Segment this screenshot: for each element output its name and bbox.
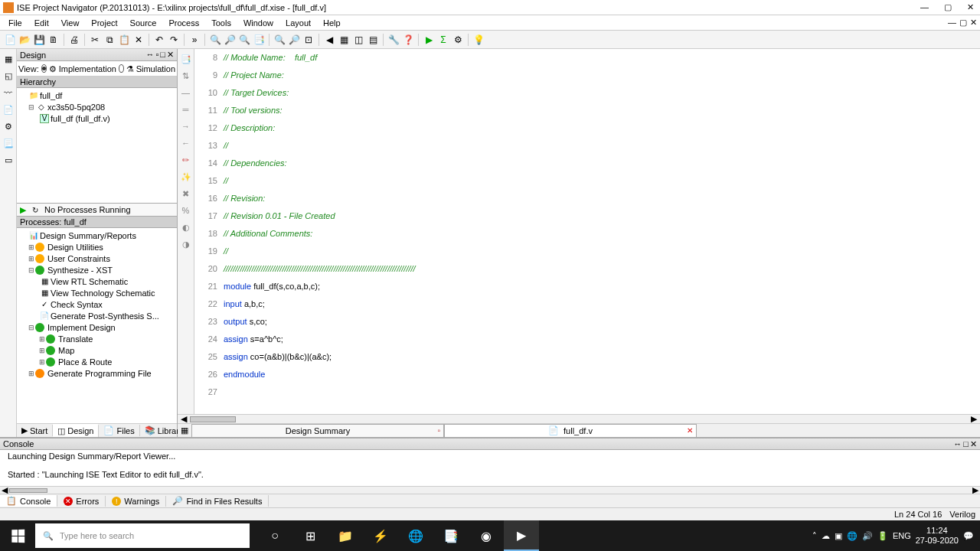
- refresh-icon[interactable]: ↻: [31, 205, 40, 214]
- delete-icon[interactable]: ✕: [132, 33, 145, 47]
- gutter-outdent-icon[interactable]: ←: [179, 136, 193, 150]
- mdi-restore[interactable]: ▢: [959, 18, 967, 28]
- menu-layout[interactable]: Layout: [280, 18, 316, 28]
- tab-start[interactable]: ▶Start: [17, 425, 53, 436]
- proc-summary[interactable]: 📊Design Summary/Reports: [18, 230, 175, 241]
- proc-map[interactable]: ⊞Map: [18, 344, 175, 356]
- ise-icon[interactable]: ▶: [504, 520, 539, 551]
- chrome-icon[interactable]: 🌐: [398, 520, 433, 551]
- gutter-fold-icon[interactable]: ⇅: [179, 69, 193, 83]
- proc-genprog[interactable]: ⊞Generate Programming File: [18, 367, 175, 379]
- console-tab-errors[interactable]: ✕Errors: [57, 496, 106, 507]
- proc-synthesize[interactable]: ⊟Synthesize - XST: [18, 264, 175, 276]
- window-icon[interactable]: ▭: [2, 153, 15, 167]
- tree-module[interactable]: Vfull_df (full_df.v): [18, 112, 175, 124]
- proc-translate[interactable]: ⊞Translate: [18, 333, 175, 344]
- app-icon-2[interactable]: ⚡: [363, 520, 398, 551]
- find-files-icon[interactable]: 🔍: [237, 33, 251, 47]
- proc-constraints[interactable]: ⊞User Constraints: [18, 253, 175, 264]
- gutter-down-icon[interactable]: ◑: [179, 237, 193, 251]
- tab-file-close-icon[interactable]: ✕: [687, 426, 693, 435]
- console-float-icon[interactable]: ↔: [953, 439, 962, 449]
- synth-icon[interactable]: Σ: [436, 33, 450, 47]
- tab-files[interactable]: 📄Files: [99, 425, 139, 436]
- copy-icon[interactable]: ⧉: [103, 33, 116, 47]
- nav-tile-icon[interactable]: ▦: [337, 33, 351, 47]
- redo-icon[interactable]: ↷: [167, 33, 181, 47]
- gear-icon[interactable]: ⚙: [2, 119, 15, 133]
- editor-tab-summary[interactable]: Design Summary ▫: [191, 424, 444, 438]
- obs-icon[interactable]: ◉: [469, 520, 504, 551]
- proc-check-syntax[interactable]: ✓Check Syntax: [18, 298, 175, 310]
- save-all-icon[interactable]: 🗎: [47, 33, 60, 47]
- console-tab-find[interactable]: 🔎Find in Files Results: [166, 495, 269, 507]
- tray-notifications-icon[interactable]: 💬: [963, 531, 974, 541]
- start-button[interactable]: [0, 520, 35, 551]
- new-doc-icon[interactable]: 📃: [2, 136, 15, 150]
- tray-up-icon[interactable]: ˄: [812, 531, 817, 541]
- editor-hscrollbar[interactable]: ◀ ▶: [178, 414, 980, 423]
- run-icon[interactable]: ▶: [422, 33, 436, 47]
- taskbar-clock[interactable]: 11:24 27-09-2020: [916, 526, 959, 546]
- menu-help[interactable]: Help: [318, 18, 346, 28]
- proc-implement[interactable]: ⊟Implement Design: [18, 321, 175, 333]
- menu-process[interactable]: Process: [163, 18, 204, 28]
- mdi-minimize[interactable]: —: [948, 18, 956, 28]
- gutter-comment-icon[interactable]: —: [179, 86, 193, 99]
- menu-tools[interactable]: Tools: [206, 18, 237, 28]
- open-icon[interactable]: 📂: [18, 33, 31, 47]
- find-next-icon[interactable]: 🔎: [223, 33, 237, 47]
- office-icon[interactable]: 📑: [433, 520, 469, 551]
- code-editor[interactable]: 8// Module Name: full_df 9// Project Nam…: [194, 49, 980, 414]
- tray-volume-icon[interactable]: 🔊: [862, 531, 873, 541]
- nav-back-icon[interactable]: ◀: [322, 33, 336, 47]
- gutter-bookmark-icon[interactable]: 📑: [179, 52, 193, 66]
- proc-par[interactable]: ⊞Place & Route: [18, 356, 175, 367]
- gutter-uncomment-icon[interactable]: ═: [179, 103, 193, 116]
- proc-utilities[interactable]: ⊞Design Utilities: [18, 241, 175, 253]
- sim-icon[interactable]: 〰: [2, 86, 15, 99]
- proc-post-synth[interactable]: 📄Generate Post-Synthesis S...: [18, 310, 175, 321]
- panel-max-icon[interactable]: □: [160, 50, 165, 60]
- save-icon[interactable]: 💾: [32, 33, 46, 47]
- tray-meet-icon[interactable]: ▣: [835, 531, 842, 541]
- proc-rtl-schematic[interactable]: ▦View RTL Schematic: [18, 276, 175, 287]
- bookmark-icon[interactable]: 📑: [252, 33, 266, 47]
- menu-edit[interactable]: Edit: [29, 18, 54, 28]
- nav-cascade-icon[interactable]: ▤: [366, 33, 380, 47]
- menu-project[interactable]: Project: [86, 18, 122, 28]
- console-close-icon[interactable]: ✕: [970, 439, 977, 449]
- impact-icon[interactable]: ⚙: [451, 33, 465, 47]
- gutter-pencil-icon[interactable]: ✏: [179, 153, 193, 167]
- tab-summary-close-icon[interactable]: ▫: [437, 426, 440, 435]
- implementation-radio[interactable]: [41, 64, 47, 73]
- zoom-out-icon[interactable]: 🔎: [287, 33, 301, 47]
- menu-file[interactable]: File: [3, 18, 28, 28]
- console-tab-warnings[interactable]: !Warnings: [106, 496, 166, 507]
- taskview-icon[interactable]: ⊞: [292, 520, 328, 551]
- layout-icon[interactable]: ▦: [2, 52, 15, 66]
- close-button[interactable]: ✕: [964, 2, 977, 12]
- chip-icon[interactable]: ◱: [2, 69, 15, 83]
- tree-project[interactable]: 📁full_df: [18, 90, 175, 101]
- menu-source[interactable]: Source: [125, 18, 162, 28]
- find-icon[interactable]: 🔍: [208, 33, 222, 47]
- help-icon[interactable]: ❓: [401, 33, 415, 47]
- console-max-icon[interactable]: □: [963, 439, 969, 449]
- simulation-radio[interactable]: [119, 64, 124, 73]
- doc-icon[interactable]: 📄: [2, 103, 15, 116]
- tray-onedrive-icon[interactable]: ☁: [822, 531, 830, 541]
- tree-device[interactable]: ⊟◇xc3s50-5pq208: [18, 101, 175, 112]
- zoom-in-icon[interactable]: 🔍: [273, 33, 286, 47]
- run-proc-icon[interactable]: ▶: [20, 205, 26, 215]
- gutter-up-icon[interactable]: ◐: [179, 220, 193, 234]
- gutter-percent-icon[interactable]: %: [179, 204, 193, 217]
- taskbar-search[interactable]: 🔍 Type here to search: [35, 523, 250, 548]
- tray-lang[interactable]: ENG: [893, 531, 911, 540]
- print-icon[interactable]: 🖨: [67, 33, 81, 47]
- mdi-close[interactable]: ✕: [970, 18, 977, 28]
- explorer-icon[interactable]: 📁: [328, 520, 363, 551]
- minimize-button[interactable]: —: [917, 2, 932, 12]
- chevron-icon[interactable]: »: [188, 33, 201, 47]
- wrench-icon[interactable]: 🔧: [387, 33, 400, 47]
